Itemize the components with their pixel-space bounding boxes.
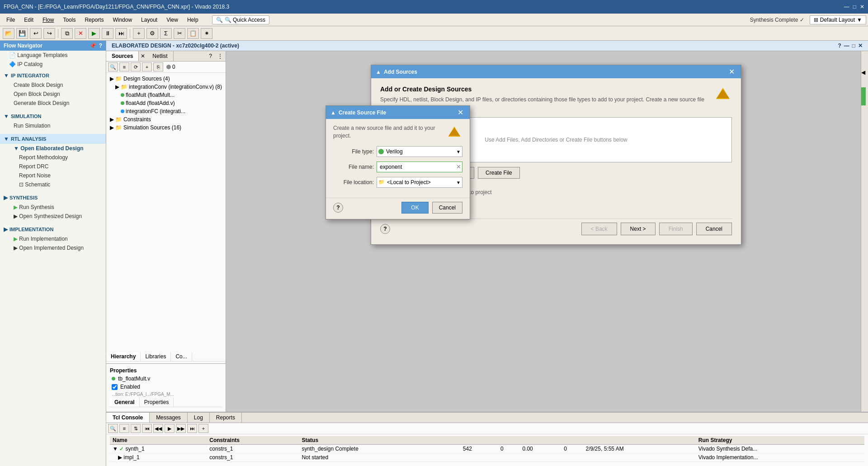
enabled-checkbox[interactable] xyxy=(112,384,118,390)
tile-icon[interactable]: □ xyxy=(852,43,855,49)
nav-run-synthesis[interactable]: ▶ Run Synthesis xyxy=(0,203,106,212)
refresh-btn[interactable]: ⟳ xyxy=(131,62,141,71)
filter-btn[interactable]: ≡ xyxy=(119,62,129,71)
file-location-select[interactable]: <Local to Project> xyxy=(377,177,462,188)
nav-run-implementation[interactable]: ▶ Run Implementation xyxy=(0,234,106,243)
menu-file[interactable]: File xyxy=(2,15,19,25)
nav-generate-block-design[interactable]: Generate Block Design xyxy=(0,99,106,108)
sub-tab-co[interactable]: Co... xyxy=(171,352,192,361)
tab-log[interactable]: Log xyxy=(188,413,210,423)
sub-tab-libraries[interactable]: Libraries xyxy=(141,352,171,361)
help-btn[interactable]: ? xyxy=(380,224,390,234)
nav-report-noise[interactable]: Report Noise xyxy=(0,171,106,180)
step-btn[interactable]: ⏭ xyxy=(115,28,127,39)
open-btn[interactable]: 📂 xyxy=(3,28,14,39)
console-first-btn[interactable]: ⏮ xyxy=(142,424,152,433)
add-sources-close-btn[interactable]: ✕ xyxy=(727,67,736,76)
sigma-btn[interactable]: Σ xyxy=(160,28,172,39)
nav-open-block-design[interactable]: Open Block Design xyxy=(0,90,106,99)
close-sources-tab[interactable]: ✕ xyxy=(139,51,147,61)
nav-language-templates[interactable]: 📄 Language Templates xyxy=(0,51,106,60)
clear-filename-btn[interactable]: ✕ xyxy=(456,163,461,170)
copy-btn[interactable]: ⧉ xyxy=(61,28,73,39)
menu-edit[interactable]: Edit xyxy=(19,15,38,25)
sub-tab-hierarchy[interactable]: Hierarchy xyxy=(106,352,141,361)
console-prev-btn[interactable]: ◀◀ xyxy=(153,424,163,433)
nav-report-drc[interactable]: Report DRC xyxy=(0,162,106,171)
layout-selector[interactable]: ⊞ Default Layout ▼ xyxy=(810,15,866,24)
run-btn[interactable]: ▶ xyxy=(88,28,100,39)
tree-simulation-sources[interactable]: ▶ 📁 Simulation Sources (16) xyxy=(108,124,224,132)
nav-section-synthesis-header[interactable]: ▶ SYNTHESIS xyxy=(0,193,106,203)
tree-design-sources[interactable]: ▶ 📁 Design Sources (4) xyxy=(108,75,224,83)
pause-btn[interactable]: ⏸ xyxy=(102,28,113,39)
next-btn[interactable]: Next > xyxy=(621,223,656,235)
console-search-btn[interactable]: 🔍 xyxy=(108,424,118,433)
nav-section-simulation-header[interactable]: ▼ SIMULATION xyxy=(0,111,106,121)
file-name-input[interactable] xyxy=(377,162,462,172)
console-add-btn[interactable]: + xyxy=(198,424,208,433)
nav-report-methodology[interactable]: Report Methodology xyxy=(0,153,106,162)
menu-window[interactable]: Window xyxy=(108,15,137,25)
console-filter-btn[interactable]: ≡ xyxy=(119,424,129,433)
nav-schematic[interactable]: ⊡ Schematic xyxy=(0,180,106,189)
add-btn[interactable]: + xyxy=(133,28,145,39)
nav-ip-catalog[interactable]: 🔷 IP Catalog xyxy=(0,60,106,69)
save-btn[interactable]: 💾 xyxy=(16,28,28,39)
undo-btn[interactable]: ↩ xyxy=(30,28,42,39)
nav-run-simulation[interactable]: Run Simulation xyxy=(0,121,106,130)
close-icon[interactable]: ✕ xyxy=(858,43,863,49)
nav-open-synthesized-design[interactable]: ▶ Open Synthesized Design xyxy=(0,212,106,221)
nav-open-elaborated-design[interactable]: ▼ Open Elaborated Design xyxy=(0,144,106,153)
tree-constraints[interactable]: ▶ 📁 Constraints xyxy=(108,115,224,124)
nav-section-ip-integrator-header[interactable]: ▼ IP INTEGRATOR xyxy=(0,71,106,81)
route-btn[interactable]: ⁕ xyxy=(201,28,212,39)
menu-layout[interactable]: Layout xyxy=(137,15,162,25)
flow-nav-pin-icon[interactable]: 📌 xyxy=(90,43,96,49)
right-collapse-btn[interactable]: ◀ xyxy=(861,69,865,76)
search-sources-btn[interactable]: 🔍 xyxy=(108,62,118,71)
menu-view[interactable]: View xyxy=(162,15,183,25)
nav-open-implemented-design[interactable]: ▶ Open Implemented Design xyxy=(0,243,106,252)
gear-btn[interactable]: ⚙ xyxy=(146,28,158,39)
tab-sources[interactable]: Sources xyxy=(106,51,139,61)
nav-section-implementation-header[interactable]: ▶ IMPLEMENTATION xyxy=(0,224,106,234)
tab-messages[interactable]: Messages xyxy=(150,413,188,423)
tree-integration-conv[interactable]: ▶ 📁 integrationConv (integrationConv.v) … xyxy=(108,83,224,91)
sources-menu-icon[interactable]: ⋮ xyxy=(215,51,226,61)
csd-help-btn[interactable]: ? xyxy=(333,203,343,213)
tab-netlist[interactable]: Netlist xyxy=(147,51,173,61)
paste-btn[interactable]: 📋 xyxy=(187,28,199,39)
create-file-btn[interactable]: Create File xyxy=(478,167,520,179)
console-last-btn[interactable]: ⏭ xyxy=(187,424,197,433)
export-btn[interactable]: ⎘ xyxy=(153,62,163,71)
back-btn[interactable]: < Back xyxy=(581,223,617,235)
menu-help[interactable]: Help xyxy=(183,15,203,25)
tree-integration-fc[interactable]: integrationFC (integrati... xyxy=(108,107,224,115)
console-sort-btn[interactable]: ⇅ xyxy=(131,424,141,433)
delete-btn[interactable]: ✕ xyxy=(75,28,86,39)
finish-btn[interactable]: Finish xyxy=(659,223,693,235)
menu-flow[interactable]: Flow xyxy=(38,15,58,25)
help-icon[interactable]: ? xyxy=(838,43,841,49)
cut-btn[interactable]: ✂ xyxy=(174,28,185,39)
tree-float-mult[interactable]: floatMult (floatMult... xyxy=(108,91,224,99)
nav-create-block-design[interactable]: Create Block Design xyxy=(0,81,106,90)
file-type-select[interactable]: Verilog VHDL SystemVerilog xyxy=(377,146,462,157)
close-btn[interactable]: ✕ xyxy=(860,4,864,10)
csd-cancel-btn[interactable]: Cancel xyxy=(432,202,462,214)
tab-properties[interactable]: Properties xyxy=(140,398,174,407)
sources-help-icon[interactable]: ? xyxy=(206,51,215,61)
console-next-btn[interactable]: ▶▶ xyxy=(176,424,186,433)
tab-tcl-console[interactable]: Tcl Console xyxy=(106,413,150,423)
maximize-btn[interactable]: □ xyxy=(853,4,856,10)
minimize-icon[interactable]: — xyxy=(844,43,849,49)
nav-section-rtl-header[interactable]: ▼ RTL ANALYSIS xyxy=(0,134,106,144)
add-sources-btn[interactable]: + xyxy=(142,62,152,71)
csd-ok-btn[interactable]: OK xyxy=(401,202,428,214)
tab-general[interactable]: General xyxy=(110,398,140,407)
tree-float-add[interactable]: floatAdd (floatAdd.v) xyxy=(108,99,224,107)
quick-access-bar[interactable]: 🔍 🔍 Quick Access xyxy=(212,15,269,24)
flow-nav-help-icon[interactable]: ? xyxy=(99,43,102,49)
redo-btn[interactable]: ↪ xyxy=(43,28,55,39)
